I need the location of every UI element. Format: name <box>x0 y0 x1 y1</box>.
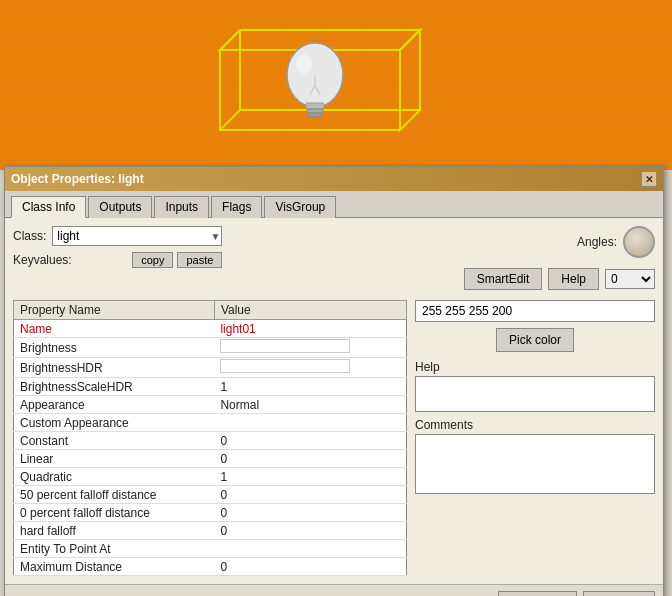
table-row[interactable]: Entity To Point At <box>14 540 407 558</box>
dialog-window: Object Properties: light ✕ Class Info Ou… <box>4 166 664 596</box>
help-box <box>415 376 655 412</box>
svg-rect-12 <box>308 113 322 117</box>
grid-overlay <box>0 0 672 170</box>
keyvalues-label: Keyvalues: <box>13 253 72 267</box>
prop-value-cell <box>214 414 406 432</box>
pick-color-button[interactable]: Pick color <box>496 328 574 352</box>
table-row[interactable]: Constant0 <box>14 432 407 450</box>
prop-value-cell <box>214 338 406 358</box>
prop-value-cell: 1 <box>214 378 406 396</box>
tab-flags[interactable]: Flags <box>211 196 262 218</box>
prop-value-cell: 0 <box>214 432 406 450</box>
prop-value-cell: Normal <box>214 396 406 414</box>
prop-name-cell: Quadratic <box>14 468 215 486</box>
help-section-label: Help <box>415 360 655 374</box>
angles-label: Angles: <box>577 235 617 249</box>
angles-section: Angles: <box>577 226 655 258</box>
dialog-footer: Cancel Apply <box>5 584 663 596</box>
help-button[interactable]: Help <box>548 268 599 290</box>
prop-value-cell <box>214 540 406 558</box>
angles-select[interactable]: 0 <box>605 269 655 289</box>
prop-value-cell: light01 <box>214 320 406 338</box>
copy-button[interactable]: copy <box>132 252 173 268</box>
cancel-button[interactable]: Cancel <box>498 591 577 596</box>
class-row: Class: ▼ <box>13 226 222 246</box>
col-header-name: Property Name <box>14 301 215 320</box>
tab-class-info[interactable]: Class Info <box>11 196 86 218</box>
tab-visgroup[interactable]: VisGroup <box>264 196 336 218</box>
prop-name-cell: 0 percent falloff distance <box>14 504 215 522</box>
prop-name-cell: Linear <box>14 450 215 468</box>
paste-button[interactable]: paste <box>177 252 222 268</box>
table-row[interactable]: Quadratic1 <box>14 468 407 486</box>
prop-value-cell: 0 <box>214 504 406 522</box>
table-row[interactable]: Brightness <box>14 338 407 358</box>
tab-outputs[interactable]: Outputs <box>88 196 152 218</box>
dialog-body: Class: ▼ Keyvalues: copy paste Angles <box>5 218 663 584</box>
svg-point-16 <box>296 54 312 74</box>
prop-name-cell: Appearance <box>14 396 215 414</box>
table-row[interactable]: Namelight01 <box>14 320 407 338</box>
table-row[interactable]: BrightnessHDR <box>14 358 407 378</box>
prop-value-cell: 1 <box>214 468 406 486</box>
comments-box <box>415 434 655 494</box>
angles-knob[interactable] <box>623 226 655 258</box>
prop-value-cell <box>214 358 406 378</box>
comments-label: Comments <box>415 418 655 432</box>
table-row[interactable]: AppearanceNormal <box>14 396 407 414</box>
svg-rect-10 <box>306 103 324 109</box>
col-header-value: Value <box>214 301 406 320</box>
class-input[interactable] <box>52 226 222 246</box>
prop-name-cell: hard falloff <box>14 522 215 540</box>
table-row[interactable]: Linear0 <box>14 450 407 468</box>
close-button[interactable]: ✕ <box>641 171 657 187</box>
tab-inputs[interactable]: Inputs <box>154 196 209 218</box>
brightness-value: 255 255 255 200 <box>415 300 655 322</box>
table-row[interactable]: hard falloff0 <box>14 522 407 540</box>
table-row[interactable]: Custom Appearance <box>14 414 407 432</box>
right-panel: 255 255 255 200 Pick color Help Comments <box>415 300 655 576</box>
prop-name-cell: Name <box>14 320 215 338</box>
table-row[interactable]: Maximum Distance0 <box>14 558 407 576</box>
smart-row: SmartEdit Help 0 <box>464 268 655 290</box>
prop-name-cell: Constant <box>14 432 215 450</box>
prop-name-cell: Custom Appearance <box>14 414 215 432</box>
svg-rect-11 <box>307 109 323 113</box>
smartedit-button[interactable]: SmartEdit <box>464 268 543 290</box>
dialog-titlebar: Object Properties: light ✕ <box>5 167 663 191</box>
prop-value-cell: 0 <box>214 450 406 468</box>
two-panel: Property Name Value Namelight01Brightnes… <box>13 300 655 576</box>
table-row[interactable]: BrightnessScaleHDR1 <box>14 378 407 396</box>
prop-value-cell: 0 <box>214 522 406 540</box>
prop-name-cell: Entity To Point At <box>14 540 215 558</box>
prop-name-cell: Maximum Distance <box>14 558 215 576</box>
tab-bar: Class Info Outputs Inputs Flags VisGroup <box>5 191 663 218</box>
prop-value-cell: 0 <box>214 486 406 504</box>
keyvalues-row: Keyvalues: copy paste <box>13 252 222 268</box>
apply-button[interactable]: Apply <box>583 591 655 596</box>
prop-name-cell: BrightnessScaleHDR <box>14 378 215 396</box>
property-table: Property Name Value Namelight01Brightnes… <box>13 300 407 576</box>
prop-value-cell: 0 <box>214 558 406 576</box>
viewport <box>0 0 672 170</box>
prop-name-cell: Brightness <box>14 338 215 358</box>
table-row[interactable]: 50 percent falloff distance0 <box>14 486 407 504</box>
class-select-wrapper: ▼ <box>52 226 222 246</box>
dialog-title: Object Properties: light <box>11 172 144 186</box>
table-row[interactable]: 0 percent falloff distance0 <box>14 504 407 522</box>
prop-name-cell: BrightnessHDR <box>14 358 215 378</box>
prop-name-cell: 50 percent falloff distance <box>14 486 215 504</box>
class-label: Class: <box>13 229 46 243</box>
property-table-section: Property Name Value Namelight01Brightnes… <box>13 300 407 576</box>
